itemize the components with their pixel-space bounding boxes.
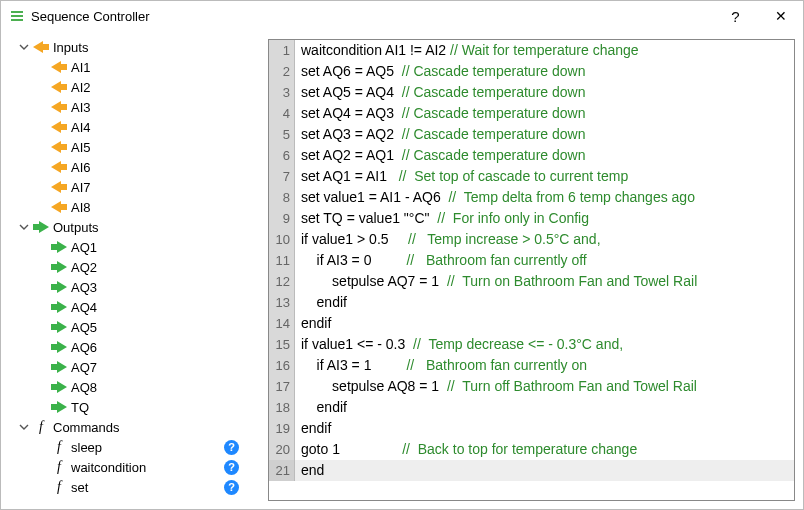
tree-input-item[interactable]: AI4 [1, 117, 259, 137]
svg-marker-7 [51, 121, 67, 133]
line-number: 8 [269, 187, 295, 208]
spacer [35, 200, 49, 214]
code-line[interactable]: 13 endif [269, 292, 794, 313]
code-text: waitcondition AI1 != AI2 // Wait for tem… [295, 40, 639, 61]
code-line[interactable]: 2set AQ6 = AQ5 // Cascade temperature do… [269, 61, 794, 82]
chevron-down-icon[interactable] [17, 420, 31, 434]
code-line[interactable]: 1waitcondition AI1 != AI2 // Wait for te… [269, 40, 794, 61]
tree-output-item[interactable]: TQ [1, 397, 259, 417]
tree-item-label: TQ [71, 400, 259, 415]
chevron-down-icon[interactable] [17, 220, 31, 234]
code-line[interactable]: 21end [269, 460, 794, 481]
titlebar: Sequence Controller ? ✕ [1, 1, 803, 31]
tree-input-item[interactable]: AI1 [1, 57, 259, 77]
tree-group-commands[interactable]: f Commands [1, 417, 259, 437]
tree-output-item-icon [51, 339, 67, 355]
tree-output-item[interactable]: AQ2 [1, 257, 259, 277]
code-text: endif [295, 418, 331, 439]
tree-input-item[interactable]: AI5 [1, 137, 259, 157]
help-icon[interactable]: ? [224, 460, 239, 475]
tree-command-item[interactable]: fset? [1, 477, 259, 497]
code-line[interactable]: 11 if AI3 = 0 // Bathroom fan currently … [269, 250, 794, 271]
code-line[interactable]: 4set AQ4 = AQ3 // Cascade temperature do… [269, 103, 794, 124]
line-number: 18 [269, 397, 295, 418]
tree-item-label: AQ4 [71, 300, 259, 315]
svg-marker-13 [51, 241, 67, 253]
tree-input-item[interactable]: AI2 [1, 77, 259, 97]
tree-output-item[interactable]: AQ7 [1, 357, 259, 377]
content-area: Inputs AI1AI2AI3AI4AI5AI6AI7AI8 Outputs … [1, 31, 803, 509]
svg-marker-20 [51, 381, 67, 393]
tree-label: Inputs [53, 40, 259, 55]
code-text: set AQ1 = AI1 // Set top of cascade to c… [295, 166, 628, 187]
spacer [35, 160, 49, 174]
help-icon[interactable]: ? [224, 440, 239, 455]
sidebar-tree[interactable]: Inputs AI1AI2AI3AI4AI5AI6AI7AI8 Outputs … [1, 31, 264, 509]
svg-marker-12 [33, 221, 49, 233]
app-window: Sequence Controller ? ✕ Inputs AI1AI2AI3… [0, 0, 804, 510]
code-line[interactable]: 9set TQ = value1 "°C" // For info only i… [269, 208, 794, 229]
code-line[interactable]: 3set AQ5 = AQ4 // Cascade temperature do… [269, 82, 794, 103]
editor-panel: 1waitcondition AI1 != AI2 // Wait for te… [264, 31, 803, 509]
line-number: 13 [269, 292, 295, 313]
line-number: 10 [269, 229, 295, 250]
code-text: if value1 > 0.5 // Temp increase > 0.5°C… [295, 229, 601, 250]
code-text: setpulse AQ7 = 1 // Turn on Bathroom Fan… [295, 271, 697, 292]
tree-output-item-icon [51, 279, 67, 295]
tree-output-item[interactable]: AQ8 [1, 377, 259, 397]
code-line[interactable]: 19endif [269, 418, 794, 439]
code-line[interactable]: 17 setpulse AQ8 = 1 // Turn off Bathroom… [269, 376, 794, 397]
tree-command-item-icon: f [51, 479, 67, 495]
help-button[interactable]: ? [713, 1, 758, 31]
tree-group-inputs[interactable]: Inputs [1, 37, 259, 57]
tree-input-item[interactable]: AI8 [1, 197, 259, 217]
svg-marker-6 [51, 101, 67, 113]
line-number: 7 [269, 166, 295, 187]
tree-output-item[interactable]: AQ5 [1, 317, 259, 337]
outputs-folder-icon [33, 219, 49, 235]
tree-output-item-icon [51, 379, 67, 395]
chevron-down-icon[interactable] [17, 40, 31, 54]
code-text: set AQ6 = AQ5 // Cascade temperature dow… [295, 61, 585, 82]
function-icon: f [33, 419, 49, 435]
code-line[interactable]: 7set AQ1 = AI1 // Set top of cascade to … [269, 166, 794, 187]
line-number: 1 [269, 40, 295, 61]
spacer [35, 100, 49, 114]
code-line[interactable]: 6set AQ2 = AQ1 // Cascade temperature do… [269, 145, 794, 166]
code-line[interactable]: 12 setpulse AQ7 = 1 // Turn on Bathroom … [269, 271, 794, 292]
code-text: set value1 = AI1 - AQ6 // Temp delta fro… [295, 187, 695, 208]
close-button[interactable]: ✕ [758, 1, 803, 31]
code-line[interactable]: 18 endif [269, 397, 794, 418]
code-line[interactable]: 20goto 1 // Back to top for temperature … [269, 439, 794, 460]
tree-command-item[interactable]: fsleep? [1, 437, 259, 457]
code-line[interactable]: 10if value1 > 0.5 // Temp increase > 0.5… [269, 229, 794, 250]
svg-marker-17 [51, 321, 67, 333]
tree-item-label: AQ8 [71, 380, 259, 395]
spacer [35, 140, 49, 154]
tree-input-item-icon [51, 59, 67, 75]
code-text: if AI3 = 1 // Bathroom fan currently on [295, 355, 587, 376]
tree-output-item[interactable]: AQ4 [1, 297, 259, 317]
line-number: 3 [269, 82, 295, 103]
tree-input-item[interactable]: AI7 [1, 177, 259, 197]
code-line[interactable]: 5set AQ3 = AQ2 // Cascade temperature do… [269, 124, 794, 145]
tree-output-item[interactable]: AQ1 [1, 237, 259, 257]
svg-marker-3 [33, 41, 49, 53]
code-line[interactable]: 8set value1 = AI1 - AQ6 // Temp delta fr… [269, 187, 794, 208]
code-line[interactable]: 15if value1 <= - 0.3 // Temp decrease <=… [269, 334, 794, 355]
tree-item-label: AI5 [71, 140, 259, 155]
tree-output-item[interactable]: AQ6 [1, 337, 259, 357]
tree-input-item[interactable]: AI3 [1, 97, 259, 117]
code-editor[interactable]: 1waitcondition AI1 != AI2 // Wait for te… [268, 39, 795, 501]
spacer [35, 360, 49, 374]
line-number: 12 [269, 271, 295, 292]
tree-output-item[interactable]: AQ3 [1, 277, 259, 297]
line-number: 4 [269, 103, 295, 124]
tree-command-item[interactable]: fwaitcondition? [1, 457, 259, 477]
help-icon[interactable]: ? [224, 480, 239, 495]
tree-input-item[interactable]: AI6 [1, 157, 259, 177]
tree-item-label: set [71, 480, 224, 495]
tree-group-outputs[interactable]: Outputs [1, 217, 259, 237]
code-line[interactable]: 16 if AI3 = 1 // Bathroom fan currently … [269, 355, 794, 376]
code-line[interactable]: 14endif [269, 313, 794, 334]
